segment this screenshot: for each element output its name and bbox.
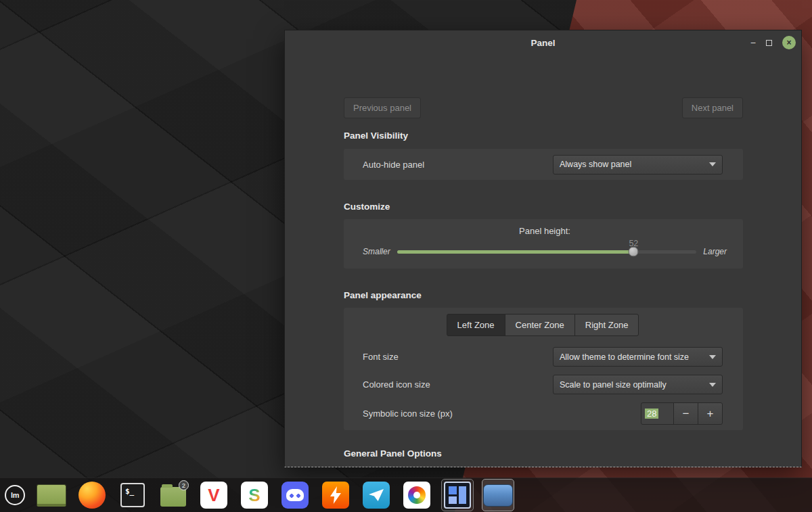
symbolic-icon-size-value: 28 [645, 409, 658, 419]
lightning-icon [322, 482, 349, 509]
window-title: Panel [531, 38, 555, 48]
colored-icon-size-dropdown[interactable]: Scale to panel size optimally [553, 375, 723, 394]
window-controls: − × [750, 30, 796, 55]
panel-height-label: Panel height: [363, 226, 727, 236]
font-size-dropdown-value: Allow theme to determine font size [560, 352, 689, 362]
terminal-icon: $_ [120, 483, 145, 507]
spinner-decrease-button[interactable]: − [673, 402, 698, 425]
colored-icon-size-row: Colored icon size Scale to panel size op… [363, 371, 723, 398]
files-launcher[interactable]: 2 [157, 479, 189, 511]
panel-visibility-box: Auto-hide panel Always show panel [344, 149, 743, 180]
maximize-button[interactable] [766, 40, 772, 46]
font-size-label: Font size [363, 352, 553, 362]
panel-nav-row: Previous panel Next panel [344, 97, 743, 118]
terminal-launcher[interactable]: $_ [116, 479, 149, 511]
green-app-launcher[interactable] [35, 479, 68, 511]
panel-settings-window: Panel − × Previous panel Next panel Pane… [284, 30, 802, 467]
window-tiles-icon [444, 482, 471, 509]
colored-icon-size-label: Colored icon size [363, 379, 553, 390]
green-app-icon [37, 484, 66, 507]
tab-right-zone[interactable]: Right Zone [574, 314, 639, 336]
mint-menu-icon: lm [5, 485, 25, 505]
discord-launcher[interactable] [279, 479, 311, 511]
panel-appearance-box: Left Zone Center Zone Right Zone Font si… [344, 308, 743, 430]
firefox-icon [78, 482, 106, 509]
panel-height-slider[interactable]: 52 [397, 250, 697, 254]
customize-box: Panel height: Smaller 52 Larger [344, 219, 743, 269]
zone-tabs: Left Zone Center Zone Right Zone [363, 314, 723, 336]
larger-label: Larger [703, 247, 727, 256]
panel-height-slider-row: Smaller 52 Larger [363, 247, 727, 256]
panel-height-slider-handle[interactable] [629, 247, 639, 257]
chevron-down-icon [709, 355, 716, 359]
customize-heading: Customize [344, 202, 743, 212]
panel-appearance-heading: Panel appearance [344, 290, 743, 301]
discord-icon [281, 482, 309, 509]
panel-visibility-heading: Panel Visibility [344, 131, 743, 141]
previous-panel-button[interactable]: Previous panel [344, 97, 421, 118]
mint-menu-button[interactable]: lm [3, 479, 27, 511]
lightning-app-launcher[interactable] [319, 479, 352, 511]
autohide-dropdown-value: Always show panel [560, 160, 631, 169]
tab-left-zone[interactable]: Left Zone [447, 314, 505, 336]
autohide-label: Auto-hide panel [363, 160, 553, 170]
font-size-row: Font size Allow theme to determine font … [363, 343, 723, 371]
symbolic-icon-size-label: Symbolic icon size (px) [363, 409, 553, 419]
firefox-launcher[interactable] [76, 479, 108, 511]
panel-settings-icon [483, 484, 513, 507]
general-panel-options-heading: General Panel Options [344, 448, 743, 459]
slack-launcher[interactable]: S [238, 479, 271, 511]
panel-settings-window-button[interactable] [482, 479, 514, 511]
chevron-down-icon [709, 383, 716, 387]
tab-center-zone[interactable]: Center Zone [505, 314, 575, 336]
font-size-dropdown[interactable]: Allow theme to determine font size [553, 347, 723, 367]
next-panel-button[interactable]: Next panel [682, 97, 743, 118]
minimize-button[interactable]: − [750, 38, 756, 47]
symbolic-icon-size-row: Symbolic icon size (px) 28 − + [363, 398, 723, 429]
general-panel-options-box [344, 466, 743, 467]
smaller-label: Smaller [363, 247, 390, 256]
panel-height-slider-fill [397, 250, 634, 254]
telegram-icon [363, 482, 390, 509]
colored-icon-size-dropdown-value: Scale to panel size optimally [560, 380, 667, 390]
tiles-app-window-button[interactable] [441, 479, 474, 511]
autohide-dropdown[interactable]: Always show panel [553, 155, 723, 174]
window-content: Previous panel Next panel Panel Visibili… [285, 55, 801, 467]
taskbar: lm $_ 2 V S [0, 478, 812, 512]
paint-icon [403, 482, 430, 509]
symbolic-icon-size-spinner: 28 − + [641, 402, 723, 425]
chevron-down-icon [709, 162, 716, 166]
drawing-app-launcher[interactable] [401, 479, 433, 511]
files-count-badge: 2 [179, 480, 189, 490]
vivaldi-icon: V [200, 482, 227, 509]
telegram-launcher[interactable] [360, 479, 392, 511]
close-button[interactable]: × [782, 36, 796, 49]
vivaldi-launcher[interactable]: V [198, 479, 230, 511]
spinner-increase-button[interactable]: + [698, 402, 723, 425]
symbolic-icon-size-entry[interactable]: 28 [641, 402, 674, 425]
slack-icon: S [241, 482, 268, 509]
titlebar[interactable]: Panel − × [285, 30, 801, 55]
